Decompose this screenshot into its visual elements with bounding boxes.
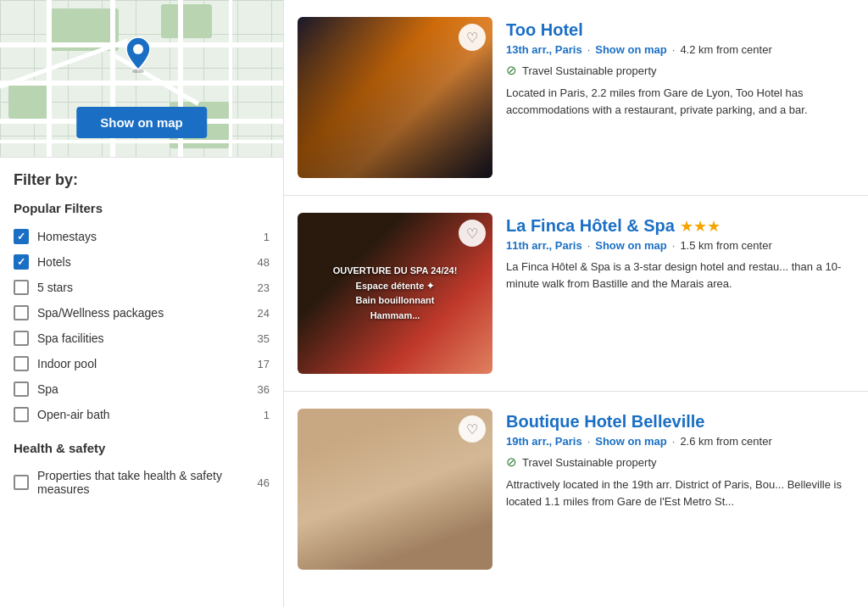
hotel-location-hotel1: 13th arr., Paris·Show on map·4.2 km from… — [506, 43, 854, 56]
filter-checkbox-5stars[interactable] — [14, 280, 29, 295]
hotel-image-overlay-hotel2: OUVERTURE DU SPA 24/24!Espace détente ✦B… — [317, 264, 473, 323]
filter-checkbox-health-measures[interactable] — [14, 475, 29, 490]
popular-filters-title: Popular Filters — [14, 201, 270, 215]
popular-filters-group: Popular Filters Homestays1Hotels485 star… — [14, 201, 270, 427]
filter-count-hotels: 48 — [258, 256, 270, 269]
filter-item-5stars[interactable]: 5 stars23 — [14, 275, 270, 300]
favorite-button-hotel2[interactable]: ♡ — [459, 220, 486, 247]
filter-label-hotels: Hotels — [37, 255, 258, 269]
filter-label-spa-facilities: Spa facilities — [37, 331, 258, 345]
filter-label-open-air-bath: Open-air bath — [37, 408, 264, 421]
filter-item-hotels[interactable]: Hotels48 — [14, 249, 270, 275]
filter-label-spa: Spa — [37, 382, 258, 396]
filter-item-spa[interactable]: Spa36 — [14, 376, 270, 402]
filter-item-spa-wellness[interactable]: Spa/Wellness packages24 — [14, 300, 270, 326]
filter-checkbox-homestays[interactable] — [14, 229, 29, 244]
filter-count-5stars: 23 — [258, 281, 270, 294]
hotel-description-hotel2: La Finca Hôtel & Spa is a 3-star design … — [506, 259, 854, 292]
hotel-info-hotel2: La Finca Hôtel & Spa★★★11th arr., Paris·… — [506, 213, 854, 374]
hotel-image-hotel1: ♡ — [298, 17, 492, 178]
hotel-location-link-hotel1[interactable]: 13th arr., Paris — [506, 43, 582, 56]
filter-count-indoor-pool: 17 — [258, 358, 270, 370]
sustainable-badge-hotel1: ⊘Travel Sustainable property — [506, 63, 854, 78]
separator-hotel3-1: · — [587, 435, 591, 448]
filter-count-health-measures: 46 — [258, 476, 270, 489]
filter-checkbox-spa-wellness[interactable] — [14, 305, 29, 320]
hotel-results: ♡Too Hotel13th arr., Paris·Show on map·4… — [284, 0, 868, 607]
sidebar: Show on map Filter by: Popular Filters H… — [0, 0, 284, 607]
separator-hotel2-2: · — [672, 239, 676, 252]
filter-label-spa-wellness: Spa/Wellness packages — [37, 306, 258, 320]
svg-point-1 — [133, 44, 143, 54]
hotel-location-hotel2: 11th arr., Paris·Show on map·1.5 km from… — [506, 239, 854, 252]
leaf-icon: ⊘ — [506, 454, 517, 470]
hotel-description-hotel1: Located in Paris, 2.2 miles from Gare de… — [506, 85, 854, 118]
hotel-stars-hotel2: ★★★ — [680, 218, 721, 235]
sustainable-label-hotel3: Travel Sustainable property — [522, 456, 657, 469]
health-safety-group: Health & safety Properties that take hea… — [14, 441, 270, 501]
filter-count-spa-facilities: 35 — [258, 332, 270, 345]
separator-hotel2-1: · — [587, 239, 591, 252]
hotel-distance-hotel2: 1.5 km from center — [680, 239, 771, 252]
filter-count-spa: 36 — [258, 383, 270, 396]
filter-checkbox-indoor-pool[interactable] — [14, 356, 29, 371]
hotel-name-hotel2[interactable]: La Finca Hôtel & Spa — [506, 216, 675, 235]
filter-item-open-air-bath[interactable]: Open-air bath1 — [14, 402, 270, 427]
map-pin — [123, 36, 153, 75]
show-on-map-button[interactable]: Show on map — [76, 107, 207, 138]
filter-label-5stars: 5 stars — [37, 281, 258, 294]
hotel-name-hotel3[interactable]: Boutique Hotel Belleville — [506, 412, 704, 431]
filter-checkbox-spa-facilities[interactable] — [14, 331, 29, 346]
filter-by-label: Filter by: — [14, 171, 270, 189]
leaf-icon: ⊘ — [506, 63, 517, 78]
hotel-location-link-hotel2[interactable]: 11th arr., Paris — [506, 239, 582, 252]
hotel-location-hotel3: 19th arr., Paris·Show on map·2.6 km from… — [506, 435, 854, 448]
separator-hotel1-1: · — [587, 43, 591, 56]
favorite-button-hotel1[interactable]: ♡ — [459, 24, 486, 51]
hotel-distance-hotel3: 2.6 km from center — [680, 435, 771, 448]
hotel-location-link-hotel3[interactable]: 19th arr., Paris — [506, 435, 582, 448]
hotel-card-hotel2: ♡OUVERTURE DU SPA 24/24!Espace détente ✦… — [284, 196, 868, 392]
filter-count-spa-wellness: 24 — [258, 307, 270, 320]
filter-panel: Filter by: Popular Filters Homestays1Hot… — [0, 157, 283, 515]
sustainable-badge-hotel3: ⊘Travel Sustainable property — [506, 454, 854, 470]
filter-label-homestays: Homestays — [37, 230, 264, 243]
separator-hotel1-2: · — [672, 43, 676, 56]
show-on-map-link-hotel3[interactable]: Show on map — [595, 435, 667, 448]
hotel-name-hotel1[interactable]: Too Hotel — [506, 20, 583, 39]
filter-checkbox-hotels[interactable] — [14, 254, 29, 270]
favorite-button-hotel3[interactable]: ♡ — [459, 415, 486, 443]
filter-item-indoor-pool[interactable]: Indoor pool17 — [14, 351, 270, 376]
sustainable-label-hotel1: Travel Sustainable property — [522, 64, 657, 77]
health-safety-title: Health & safety — [14, 441, 270, 455]
filter-label-health-measures: Properties that take health & safety mea… — [37, 469, 258, 496]
hotel-card-hotel1: ♡Too Hotel13th arr., Paris·Show on map·4… — [284, 0, 868, 196]
filter-checkbox-spa[interactable] — [14, 381, 29, 397]
hotel-distance-hotel1: 4.2 km from center — [680, 43, 771, 56]
filter-item-homestays[interactable]: Homestays1 — [14, 224, 270, 249]
filter-count-open-air-bath: 1 — [264, 409, 270, 421]
filter-label-indoor-pool: Indoor pool — [37, 357, 258, 370]
separator-hotel3-2: · — [672, 435, 676, 448]
filter-checkbox-open-air-bath[interactable] — [14, 407, 29, 422]
hotel-image-hotel3: ♡ — [298, 409, 492, 570]
map-preview: Show on map — [0, 0, 283, 157]
hotel-description-hotel3: Attractively located in the 19th arr. Di… — [506, 476, 854, 510]
hotel-image-hotel2: ♡OUVERTURE DU SPA 24/24!Espace détente ✦… — [298, 213, 492, 374]
hotel-card-hotel3: ♡Boutique Hotel Belleville19th arr., Par… — [284, 392, 868, 587]
hotel-info-hotel1: Too Hotel13th arr., Paris·Show on map·4.… — [506, 17, 854, 178]
hotel-info-hotel3: Boutique Hotel Belleville19th arr., Pari… — [506, 409, 854, 570]
show-on-map-link-hotel2[interactable]: Show on map — [595, 239, 667, 252]
filter-count-homestays: 1 — [264, 231, 270, 243]
filter-item-spa-facilities[interactable]: Spa facilities35 — [14, 326, 270, 351]
show-on-map-link-hotel1[interactable]: Show on map — [595, 43, 667, 56]
filter-item-health-measures[interactable]: Properties that take health & safety mea… — [14, 464, 270, 501]
